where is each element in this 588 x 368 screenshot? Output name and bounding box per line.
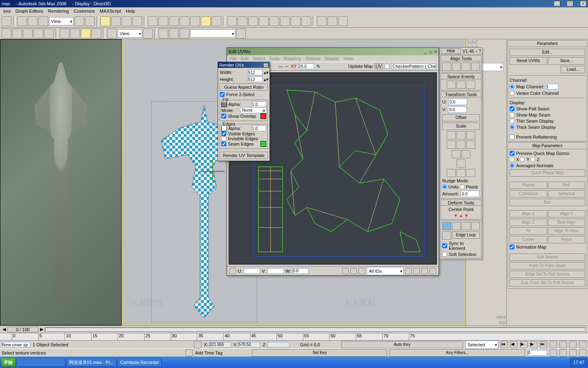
abc-icon[interactable] [169, 29, 179, 38]
tool-button[interactable] [301, 16, 311, 26]
sel-mode-icon[interactable] [452, 222, 461, 230]
edge-pelt-button[interactable]: Edge Sel To Pelt Seams [510, 271, 585, 278]
normalize-check[interactable]: Normalize Map [510, 245, 585, 249]
prevent-reflat-check[interactable]: Prevent Reflattening [510, 135, 585, 139]
rotate-icon[interactable] [28, 16, 38, 26]
thick-seam-radio[interactable]: Thick Seam Display [510, 125, 585, 130]
amount-spin[interactable] [461, 191, 479, 197]
uvw-menu-item[interactable]: Tools [269, 56, 280, 61]
face-pelt-button[interactable]: Exp. Face Sel To Pelt Seams [510, 279, 585, 287]
seam-edges-check[interactable]: Seam Edges [221, 141, 266, 147]
v-spin[interactable] [448, 106, 467, 113]
play-start-icon[interactable]: ⏮ [501, 341, 508, 348]
nav-icon[interactable] [550, 349, 557, 357]
brush-icon[interactable] [442, 231, 451, 240]
tool-button[interactable] [23, 29, 33, 38]
nav-icon[interactable] [559, 349, 567, 357]
hide-button[interactable]: Hide [441, 48, 461, 54]
planar-button[interactable]: Planar [510, 182, 547, 189]
abc-icon[interactable] [158, 29, 168, 38]
uvw-menu-item[interactable]: Options [305, 56, 321, 61]
bestalign-button[interactable]: Best Align [548, 219, 586, 226]
close-button[interactable]: × [580, 1, 586, 7]
nav-icon[interactable] [579, 341, 586, 348]
mirror-icon[interactable] [227, 16, 237, 26]
render-uvs-titlebar[interactable]: Render UVs × [218, 62, 270, 68]
space-icon[interactable] [466, 81, 475, 89]
tag-icon[interactable] [185, 349, 193, 357]
new-unwrap-field[interactable]: New unwr sp t [2, 342, 30, 348]
uvw-menu-item[interactable]: Display [325, 56, 339, 61]
edge-alpha-field[interactable] [252, 126, 266, 131]
load-button[interactable]: Load... [561, 66, 585, 73]
keymode-combo[interactable]: Selected [466, 341, 498, 349]
tool-button[interactable] [291, 16, 301, 26]
preview-gizmo-check[interactable]: Preview Quick Map Gizmo [510, 151, 585, 156]
tool-button[interactable] [236, 29, 246, 38]
invisible-edges-check[interactable]: Invisible Edges [221, 136, 266, 141]
layer-combo[interactable] [190, 29, 235, 38]
view-combo[interactable]: View [118, 29, 142, 38]
sel-mode-icon[interactable] [442, 222, 451, 230]
u-field[interactable] [244, 268, 260, 274]
alignz-button[interactable]: Align Z [510, 219, 547, 226]
update-map-label[interactable]: Update Map [348, 64, 373, 69]
align-icon[interactable] [238, 16, 247, 26]
alignx-button[interactable]: Align X [510, 210, 547, 218]
uvw-tools-panel[interactable]: Hide V1.45 ‹ ? Align Tools Space Evenly … [439, 47, 483, 260]
system-tray[interactable]: 17:47 [570, 358, 587, 367]
keyfilters-button[interactable]: Key Filters... [390, 349, 525, 357]
cylindrical-button[interactable]: Cylindrical [510, 190, 547, 197]
pixels-radio[interactable] [460, 184, 465, 189]
axis-y-radio[interactable]: Y [520, 157, 529, 162]
space-icon[interactable] [447, 81, 456, 89]
arrow-right-icon[interactable] [466, 169, 475, 177]
zoom-extents-icon[interactable] [421, 268, 428, 274]
tool-button[interactable] [122, 16, 131, 26]
start-button[interactable]: 开始 [1, 358, 16, 367]
nav-icon[interactable] [569, 341, 577, 348]
tool-button[interactable] [248, 16, 258, 26]
rollout-header[interactable]: Map Parameters [508, 143, 587, 149]
align-icon[interactable] [461, 63, 470, 71]
v-field[interactable] [267, 268, 284, 274]
menu-item[interactable]: Customize [74, 9, 95, 13]
center-button[interactable]: Center [510, 236, 547, 243]
uvw-titlebar[interactable]: Edit UVWs _ □ × [227, 48, 439, 55]
zoom-region-icon[interactable] [430, 268, 436, 274]
tool-button[interactable] [12, 29, 22, 38]
menu-item[interactable]: MAXScript [100, 9, 121, 13]
box-button[interactable]: Box [510, 199, 585, 206]
soft-selection-check[interactable]: Soft Selection [442, 252, 480, 257]
reset-button[interactable]: Reset [548, 236, 586, 243]
align-view-button[interactable]: Align To View [548, 227, 586, 235]
nav-icon[interactable] [579, 349, 586, 357]
play-end-icon[interactable]: ⏭ [540, 341, 547, 348]
map-channel-radio[interactable]: Map Channel: [510, 84, 585, 90]
scale-icon[interactable] [38, 16, 48, 26]
scale-button[interactable]: Scale [442, 123, 480, 130]
tool-button[interactable] [107, 29, 117, 38]
add-tag-label[interactable]: Add Time Tag [195, 350, 223, 355]
tool-button[interactable] [60, 29, 69, 38]
maximize-button[interactable]: □ [567, 1, 573, 7]
pan-icon[interactable] [405, 268, 412, 274]
xform-icon[interactable] [457, 131, 466, 139]
render-uvs-close[interactable]: × [263, 63, 268, 67]
map-seam-check[interactable]: Show Map Seam [510, 112, 585, 117]
percent-snap-icon[interactable] [169, 16, 179, 26]
y-field[interactable] [238, 342, 260, 348]
zoom-icon[interactable] [413, 268, 420, 274]
move-icon[interactable] [17, 16, 27, 26]
uvw-max-button[interactable]: □ [429, 49, 432, 54]
space-icon[interactable] [457, 81, 466, 89]
uvw-min-button[interactable]: _ [424, 49, 427, 54]
uvw-mode-icon[interactable] [229, 268, 236, 274]
tool-button[interactable] [44, 29, 54, 38]
mode-combo[interactable]: None [240, 107, 267, 113]
nav-icon[interactable] [559, 341, 567, 348]
taskbar-item[interactable]: 网游道具01.max - Pr... [66, 358, 116, 367]
tool-button[interactable] [33, 29, 43, 38]
uvw-close-button[interactable]: × [434, 49, 437, 54]
uvw-tool-icon[interactable] [350, 268, 357, 274]
